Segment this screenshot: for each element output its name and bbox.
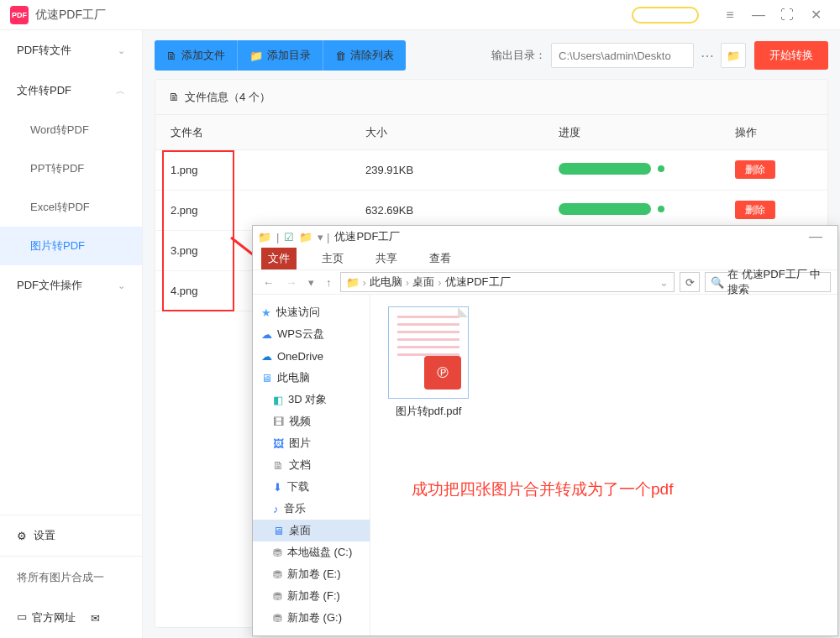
titlebar: PDF 优速PDF工厂 ≡ ― ⛶ ✕ [0,0,840,30]
output-dir-input[interactable] [551,43,694,68]
nav-label: PDF文件操作 [17,278,82,293]
tree-disk-c[interactable]: ⛃本地磁盘 (C:) [253,541,370,563]
explorer-file-pane[interactable]: ℗ 图片转pdf.pdf [370,295,837,635]
drive-icon: ⛃ [273,612,282,625]
col-action: 操作 [735,125,827,140]
cube-icon: ◧ [273,394,283,406]
start-convert-button[interactable]: 开始转换 [754,41,828,70]
tab-view[interactable]: 查看 [423,248,458,269]
site-label: 官方网址 [32,610,76,625]
minimize-icon[interactable]: ― [799,224,832,249]
trash-icon: 🗑 [335,50,346,62]
app-logo: PDF [10,6,29,24]
nav-ppt-to-pdf[interactable]: PPT转PDF [0,149,142,188]
download-icon: ⬇ [273,481,282,494]
close-icon[interactable]: ✕ [801,3,830,28]
explorer-title: 优速PDF工厂 [334,229,400,244]
tree-disk-f[interactable]: ⛃新加卷 (F:) [253,585,370,607]
col-progress: 进度 [559,125,735,140]
folder-icon: 📁 [299,231,312,243]
merge-option[interactable]: 将所有图片合成一 [0,556,142,598]
open-folder-button[interactable]: 📁 [721,43,746,68]
output-dir-label: 输出目录： [491,48,546,63]
tree-music[interactable]: ♪音乐 [253,498,370,520]
settings-label: 设置 [34,528,55,543]
file-item[interactable]: ℗ 图片转pdf.pdf [382,306,475,419]
file-progress [559,163,735,177]
add-dir-button[interactable]: 📁添加目录 [237,40,323,71]
chevron-down-icon: ⌄ [118,280,125,291]
tree-desktop[interactable]: 🖥桌面 [253,520,370,541]
nav-pdf-ops[interactable]: PDF文件操作 ⌄ [0,265,142,306]
folder-icon: 📁 [346,276,360,289]
tree-documents[interactable]: 🗎文档 [253,454,370,476]
back-icon[interactable]: ← [260,275,277,290]
check-icon: ☑ [284,231,294,243]
crumb[interactable]: 桌面 [412,275,434,290]
image-icon: 🖼 [273,437,284,450]
nav-word-to-pdf[interactable]: Word转PDF [0,111,142,149]
crumb[interactable]: 此电脑 [370,275,402,290]
nav-file-to-pdf[interactable]: 文件转PDF ︿ [0,71,142,111]
chevron-up-icon: ︿ [116,85,125,97]
nav-image-to-pdf[interactable]: 图片转PDF [0,227,142,265]
settings-link[interactable]: ⚙ 设置 [0,515,142,556]
tab-share[interactable]: 共享 [369,248,404,269]
video-icon: 🎞 [273,416,284,428]
crumb[interactable]: 优速PDF工厂 [445,275,511,290]
nav-excel-to-pdf[interactable]: Excel转PDF [0,188,142,227]
promo-pill[interactable] [632,7,699,24]
table-header: 文件名 大小 进度 操作 [155,115,827,150]
tree-3d[interactable]: ◧3D 对象 [253,389,370,411]
tree-disk-e[interactable]: ⛃新加卷 (E:) [253,563,370,585]
tree-downloads[interactable]: ⬇下载 [253,476,370,498]
explorer-navbar: ← → ▾ ↑ 📁 › 此电脑› 桌面› 优速PDF工厂 ⌄ ⟳ 🔍 在 优速P… [253,270,837,295]
file-icon: 🗎 [169,91,180,103]
blue-button-group: 🗎添加文件 📁添加目录 🗑清除列表 [155,40,406,71]
file-size: 632.69KB [365,204,559,217]
history-icon[interactable]: ▾ [305,275,318,290]
tree-videos[interactable]: 🎞视频 [253,411,370,432]
panel-header: 🗎 文件信息（4 个） [155,80,827,115]
minimize-icon[interactable]: ― [744,3,773,28]
refresh-icon[interactable]: ⟳ [680,272,700,292]
forward-icon[interactable]: → [282,275,300,290]
tree-wps[interactable]: ☁WPS云盘 [253,323,370,345]
tree-this-pc[interactable]: 🖥此电脑 [253,367,370,389]
nav-pdf-to-file[interactable]: PDF转文件 ⌄ [0,30,142,71]
official-site-link[interactable]: ▭ 官方网址 [17,610,76,625]
drive-icon: ⛃ [273,590,282,603]
delete-button[interactable]: 删除 [735,201,775,219]
file-name: 图片转pdf.pdf [382,404,475,419]
toolbar: 🗎添加文件 📁添加目录 🗑清除列表 输出目录： ⋯ 📁 开始转换 [155,40,828,71]
maximize-icon[interactable]: ⛶ [773,3,801,28]
explorer-titlebar[interactable]: 📁 | ☑ 📁 ▾ | 优速PDF工厂 ― [253,226,837,248]
chevron-down-icon: ⌄ [118,45,125,56]
clear-list-button[interactable]: 🗑清除列表 [323,40,406,71]
delete-button[interactable]: 删除 [735,160,775,179]
cloud-icon: ☁ [261,328,272,341]
cloud-icon: ☁ [261,350,272,363]
address-bar[interactable]: 📁 › 此电脑› 桌面› 优速PDF工厂 ⌄ [340,272,675,292]
star-icon: ★ [261,306,271,319]
tree-pictures[interactable]: 🖼图片 [253,432,370,454]
menu-icon[interactable]: ≡ [716,3,744,28]
explorer-window: 📁 | ☑ 📁 ▾ | 优速PDF工厂 ― 文件 主页 共享 查看 ← → ▾ … [252,225,838,636]
globe-icon: ▭ [17,610,27,625]
tab-file[interactable]: 文件 [261,248,297,269]
tab-home[interactable]: 主页 [315,248,350,269]
search-box[interactable]: 🔍 在 优速PDF工厂 中搜索 [705,272,831,292]
tree-onedrive[interactable]: ☁OneDrive [253,345,370,367]
desktop-icon: 🖥 [273,525,284,537]
tree-quick-access[interactable]: ★快速访问 [253,301,370,323]
tree-disk-g[interactable]: ⛃新加卷 (G:) [253,607,370,629]
add-file-button[interactable]: 🗎添加文件 [155,40,237,71]
wechat-icon[interactable]: ✉ [91,612,100,625]
up-icon[interactable]: ↑ [323,275,335,290]
music-icon: ♪ [273,503,279,515]
pdf-badge-icon: ℗ [424,356,461,390]
folder-icon: 📁 [258,231,271,243]
col-size: 大小 [365,125,559,140]
folder-plus-icon: 📁 [249,50,263,62]
more-icon[interactable]: ⋯ [694,48,721,64]
